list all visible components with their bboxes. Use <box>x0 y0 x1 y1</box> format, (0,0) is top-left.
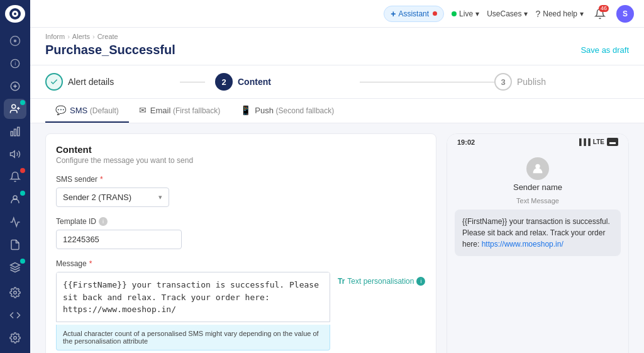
svg-rect-11 <box>11 132 13 136</box>
assistant-badge <box>433 11 437 16</box>
main-content: + Assistant Live ▾ UseCases ▾ ? Need hel… <box>30 0 644 353</box>
live-status[interactable]: Live ▾ <box>452 9 479 18</box>
signal-bars-icon: ▐▐▐ <box>577 138 591 145</box>
steps-bar: Alert details 2 Content 3 Publish <box>30 65 644 99</box>
svg-point-2 <box>14 13 16 15</box>
live-label: Live <box>459 9 473 18</box>
user-avatar[interactable]: S <box>616 5 634 23</box>
notification-badge: 46 <box>599 5 609 12</box>
svg-point-18 <box>14 337 17 340</box>
sidebar-item-graph[interactable] <box>4 212 26 232</box>
sidebar-item-bell[interactable] <box>4 167 26 187</box>
tab-push[interactable]: 📱 Push (Second fallback) <box>230 99 344 123</box>
top-navigation: + Assistant Live ▾ UseCases ▾ ? Need hel… <box>30 0 644 28</box>
sidebar-item-integration[interactable] <box>4 283 26 303</box>
sms-sender-group: SMS sender * Sender 2 (TRANS) ▾ <box>56 175 426 207</box>
step-label-alert-details: Alert details <box>68 77 114 87</box>
template-id-input[interactable] <box>56 230 182 249</box>
sms-icon: 💬 <box>55 105 66 115</box>
step-label-content: Content <box>238 77 271 87</box>
sidebar-item-info[interactable]: i <box>4 53 26 74</box>
svg-marker-16 <box>11 262 20 267</box>
notification-button[interactable]: 46 <box>591 5 609 23</box>
sms-tab-label: SMS (Default) <box>70 106 119 115</box>
phone-body: Sender name Text Message {{FirstName}} y… <box>447 150 628 353</box>
sms-sender-select[interactable]: Sender 2 (TRANS) ▾ <box>56 188 169 207</box>
breadcrumb-inform[interactable]: Inform <box>45 33 65 40</box>
text-personalisation-button[interactable]: Tr Text personalisation i <box>338 272 426 286</box>
sidebar-item-settings[interactable] <box>4 328 26 348</box>
phone-preview-panel: 19:02 ▐▐▐ LTE ▬ Sender name Text Message <box>447 133 629 353</box>
assistant-label: Assistant <box>398 9 429 18</box>
message-textarea[interactable]: {{FirstName}} your transaction is succes… <box>56 272 330 322</box>
text-personal-icon: Tr <box>338 277 345 286</box>
need-help-menu[interactable]: ? Need help ▾ <box>535 9 584 19</box>
step-alert-details[interactable]: Alert details <box>45 65 180 98</box>
phone-bubble-link: https://www.moeshop.in/ <box>482 240 564 249</box>
page-title-row: Purchase_Successful Save as draft <box>45 43 629 57</box>
message-group: Message * {{FirstName}} your transaction… <box>56 259 426 350</box>
email-tab-label: Email (First fallback) <box>150 106 220 115</box>
template-id-group: Template ID i <box>56 217 426 249</box>
sidebar-item-chart[interactable] <box>4 121 26 142</box>
message-col: {{FirstName}} your transaction is succes… <box>56 272 330 350</box>
need-help-label: Need help <box>543 9 577 18</box>
step-publish[interactable]: 3 Publish <box>494 65 629 98</box>
svg-point-10 <box>12 104 16 108</box>
step-circle-done <box>45 73 63 91</box>
svg-point-19 <box>535 164 540 169</box>
phone-avatar <box>526 157 549 180</box>
sidebar-item-add[interactable] <box>4 76 26 96</box>
breadcrumb-alerts[interactable]: Alerts <box>72 33 90 40</box>
use-cases-menu[interactable]: UseCases ▾ <box>487 9 528 18</box>
breadcrumb-create: Create <box>97 33 118 40</box>
sms-sender-value: Sender 2 (TRANS) <box>63 193 131 202</box>
page-title: Purchase_Successful <box>45 43 175 57</box>
email-icon: ✉ <box>139 105 147 115</box>
push-tab-label: Push (Second fallback) <box>255 106 334 115</box>
svg-point-17 <box>14 291 17 294</box>
step-content[interactable]: 2 Content <box>205 65 360 98</box>
step-divider-2 <box>360 82 494 82</box>
sidebar-item-megaphone[interactable] <box>4 144 26 164</box>
svg-text:i: i <box>14 60 16 67</box>
content-area: Content Configure the message you want t… <box>30 123 644 353</box>
tab-email[interactable]: ✉ Email (First fallback) <box>129 99 230 123</box>
sidebar-item-home[interactable] <box>4 30 26 50</box>
message-label: Message * <box>56 259 426 268</box>
live-chevron: ▾ <box>475 9 479 18</box>
svg-rect-12 <box>14 129 16 136</box>
sidebar-item-layers[interactable] <box>4 257 26 277</box>
tab-sms[interactable]: 💬 SMS (Default) <box>45 99 129 123</box>
sidebar-item-code[interactable] <box>4 305 26 325</box>
message-required-mark: * <box>89 259 92 268</box>
panel-subtitle: Configure the message you want to send <box>56 156 426 165</box>
template-id-info-icon[interactable]: i <box>99 217 108 226</box>
text-personalisation-col: Tr Text personalisation i <box>338 272 426 350</box>
phone-status-right: ▐▐▐ LTE ▬ <box>577 138 618 146</box>
svg-point-4 <box>14 39 17 42</box>
sidebar-item-person[interactable] <box>4 189 26 210</box>
page-header: Inform › Alerts › Create Purchase_Succes… <box>30 28 644 65</box>
plus-icon: + <box>391 9 396 19</box>
sms-sender-label: SMS sender * <box>56 175 426 184</box>
sidebar: i <box>0 0 30 353</box>
phone-statusbar: 19:02 ▐▐▐ LTE ▬ <box>447 134 628 150</box>
sidebar-item-file[interactable] <box>4 235 26 255</box>
page-body: Inform › Alerts › Create Purchase_Succes… <box>30 28 644 353</box>
step-number-publish: 3 <box>501 77 505 87</box>
sidebar-logo[interactable] <box>5 5 25 23</box>
text-personal-info-icon[interactable]: i <box>416 277 425 286</box>
help-icon: ? <box>535 9 540 19</box>
template-id-label: Template ID i <box>56 217 426 226</box>
svg-rect-13 <box>18 127 19 136</box>
phone-time: 19:02 <box>457 138 475 146</box>
breadcrumb: Inform › Alerts › Create <box>45 33 629 40</box>
chevron-down-icon: ▾ <box>158 193 162 201</box>
sidebar-item-users[interactable] <box>4 99 26 119</box>
character-count-info: Actual character count of a personalised… <box>56 325 330 350</box>
help-chevron: ▾ <box>580 9 584 18</box>
assistant-button[interactable]: + Assistant <box>384 6 444 22</box>
save-as-draft-link[interactable]: Save as draft <box>580 45 629 55</box>
svg-marker-14 <box>11 150 15 157</box>
